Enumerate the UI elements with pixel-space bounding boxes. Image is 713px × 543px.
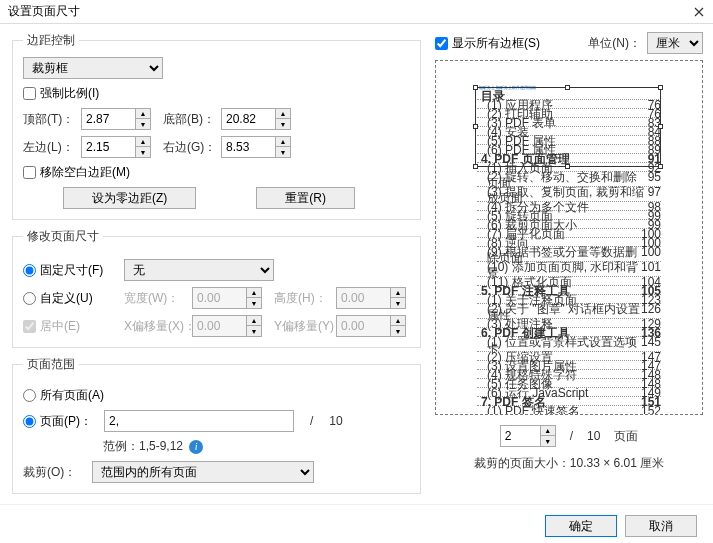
center-checkbox: 居中(E) [23, 318, 118, 335]
fixed-size-select[interactable]: 无 [124, 259, 274, 281]
spin-down-icon[interactable]: ▼ [136, 119, 150, 129]
bottom-spinbox[interactable]: ▲▼ [221, 108, 291, 130]
left-spinbox[interactable]: ▲▼ [81, 136, 151, 158]
page-total: 10 [329, 414, 342, 428]
force-ratio-checkbox[interactable]: 强制比例(I) [23, 85, 99, 102]
width-label: 宽度(W)： [124, 290, 186, 307]
crop-box-select[interactable]: 裁剪框 [23, 57, 163, 79]
height-spinbox: ▲▼ [336, 287, 406, 309]
preview-page-spinbox[interactable]: ▲▼ [500, 425, 556, 447]
margin-legend: 边距控制 [23, 32, 79, 49]
crop-label: 裁剪(O)： [23, 464, 86, 481]
yoff-spinbox: ▲▼ [336, 315, 406, 337]
preview-document: 福昕办公 福昕办公软件使用指南 目录 (1) 应用程序76 (2) 打印辅助76… [469, 73, 669, 403]
margin-control-group: 边距控制 裁剪框 强制比例(I) 顶部(T)： ▲▼ 底部(B)： ▲▼ 左边(… [12, 32, 421, 220]
unit-select[interactable]: 厘米 [647, 32, 703, 54]
spin-up-icon[interactable]: ▲ [136, 109, 150, 119]
page-input[interactable] [104, 410, 294, 432]
crop-scope-select[interactable]: 范围内的所有页面 [92, 461, 314, 483]
yoff-label: Y偏移量(Y)： [274, 318, 330, 335]
size-legend: 修改页面尺寸 [23, 228, 103, 245]
crop-size-label: 裁剪的页面大小：10.33 × 6.01 厘米 [474, 455, 664, 472]
page-range-group: 页面范围 所有页面(A) 页面(P)： / 10 范例：1,5-9,12 i 裁… [12, 356, 421, 494]
custom-size-radio[interactable]: 自定义(U) [23, 290, 118, 307]
all-pages-radio[interactable]: 所有页面(A) [23, 387, 104, 404]
example-label: 范例：1,5-9,12 [103, 438, 183, 455]
xoff-label: X偏移量(X)： [124, 318, 186, 335]
close-icon [694, 7, 704, 17]
zero-margin-button[interactable]: 设为零边距(Z) [63, 187, 196, 209]
left-label: 左边(L)： [23, 139, 75, 156]
range-legend: 页面范围 [23, 356, 79, 373]
reset-button[interactable]: 重置(R) [256, 187, 355, 209]
crop-selection-box[interactable] [475, 87, 661, 167]
right-spinbox[interactable]: ▲▼ [221, 136, 291, 158]
bottom-label: 底部(B)： [163, 111, 215, 128]
dialog-title: 设置页面尺寸 [8, 3, 80, 20]
remove-blank-checkbox[interactable]: 移除空白边距(M) [23, 164, 130, 181]
page-preview[interactable]: 福昕办公 福昕办公软件使用指南 目录 (1) 应用程序76 (2) 打印辅助76… [435, 60, 703, 415]
right-label: 右边(G)： [163, 139, 215, 156]
width-spinbox: ▲▼ [192, 287, 262, 309]
top-spinbox[interactable]: ▲▼ [81, 108, 151, 130]
cancel-button[interactable]: 取消 [625, 515, 697, 537]
fixed-size-radio[interactable]: 固定尺寸(F) [23, 262, 118, 279]
height-label: 高度(H)： [274, 290, 330, 307]
page-size-group: 修改页面尺寸 固定尺寸(F) 无 自定义(U) 宽度(W)： ▲▼ 高度(H)：… [12, 228, 421, 348]
preview-page-label: 页面 [614, 428, 638, 445]
show-all-borders-checkbox[interactable]: 显示所有边框(S) [435, 35, 540, 52]
preview-total: 10 [587, 429, 600, 443]
close-button[interactable] [689, 2, 709, 22]
xoff-spinbox: ▲▼ [192, 315, 262, 337]
info-icon[interactable]: i [189, 440, 203, 454]
page-radio[interactable]: 页面(P)： [23, 413, 98, 430]
top-label: 顶部(T)： [23, 111, 75, 128]
unit-label: 单位(N)： [588, 35, 641, 52]
ok-button[interactable]: 确定 [545, 515, 617, 537]
